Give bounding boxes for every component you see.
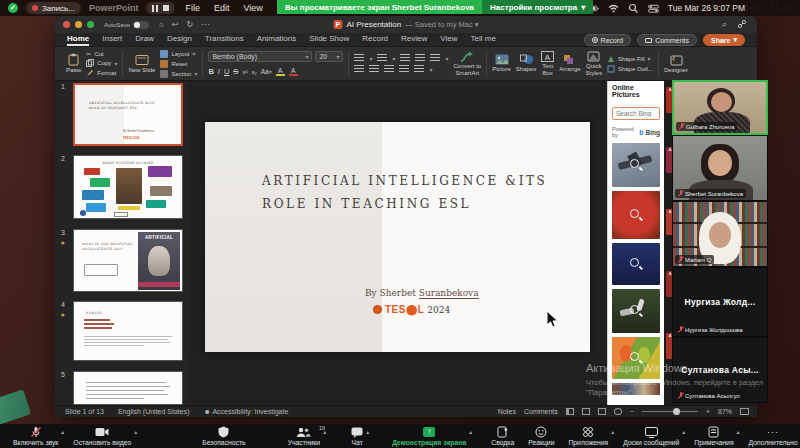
thumbnail-slide-3[interactable]: 3 ★ WHAT IS THE ARTIFICIALINTELLIGENCE (…	[55, 227, 190, 297]
maximize-window-icon[interactable]	[87, 21, 94, 28]
tab-insert[interactable]: Insert	[102, 33, 122, 46]
participant-tile-gulbara[interactable]: Gulbara Zhoroeva	[672, 80, 768, 135]
more-commands-icon[interactable]: ⋯	[201, 20, 209, 29]
search-result-blue[interactable]	[612, 243, 660, 285]
share-link-icon[interactable]	[737, 19, 747, 29]
align-left-icon[interactable]	[354, 65, 364, 73]
font-size-combo[interactable]: 20▾	[315, 51, 343, 62]
text-box-button[interactable]: A TextBox	[541, 51, 554, 76]
thumbnail-slide-4[interactable]: 4 ★ SURVEY	[55, 299, 190, 367]
notes-button[interactable]: Notes	[498, 408, 516, 415]
participant-tile-sultanova[interactable]: Султанова Асы... Султанова Асылгул	[672, 337, 768, 403]
slide-5-preview[interactable]	[73, 371, 183, 405]
redo-icon[interactable]: ↻	[187, 20, 194, 29]
tab-design[interactable]: Design	[167, 33, 192, 46]
comments-button[interactable]: Comments	[637, 34, 697, 46]
participant-tile-nurgiza[interactable]: Нургиза Жолд... Нургиза Жолдошова	[672, 267, 768, 337]
share-button[interactable]: Share▾	[703, 34, 745, 46]
tab-draw[interactable]: Draw	[135, 33, 154, 46]
autosave-control[interactable]: AutoSave	[104, 21, 149, 29]
zoom-slider[interactable]	[642, 411, 698, 412]
zoom-percent[interactable]: 87%	[718, 408, 732, 415]
thumbnail-slide-2[interactable]: 2 BRIEF SUCCESS STORIES	[55, 153, 190, 225]
reactions-button[interactable]: Реакции	[521, 424, 561, 448]
underline-button[interactable]: U	[224, 67, 229, 76]
convert-to-smartart-button[interactable]: Convert toSmartArt	[453, 51, 481, 76]
participant-tile-sherbet[interactable]: Sherbet Suranbekova	[672, 135, 768, 201]
search-result-parrots[interactable]	[612, 337, 660, 379]
menu-view[interactable]: View	[243, 3, 262, 13]
align-right-icon[interactable]	[384, 65, 394, 73]
reset-button[interactable]: Reset	[160, 60, 197, 68]
normal-view-icon[interactable]	[566, 408, 574, 415]
cut-button[interactable]: ✂Cut	[86, 50, 117, 57]
font-name-combo[interactable]: Bembo (Body)▾	[208, 51, 312, 62]
app-menu-powerpoint[interactable]: PowerPoint	[89, 3, 139, 13]
control-center-icon[interactable]	[648, 3, 659, 14]
thumbnail-slide-5[interactable]: 5	[55, 369, 190, 409]
slide-1-preview[interactable]: ARTIFICIAL INTELLIGENCE &ITSROLE IN TEAC…	[73, 83, 183, 146]
layout-button[interactable]: Layout▾	[160, 50, 197, 58]
slide-sorter-view-icon[interactable]	[582, 408, 590, 415]
accessibility-status[interactable]: ☻ Accessibility: Investigate	[204, 408, 289, 415]
home-icon[interactable]: ⌂	[159, 20, 164, 29]
stop-icon[interactable]	[163, 5, 169, 11]
bullets-icon[interactable]	[354, 54, 364, 62]
slide-title[interactable]: ARTIFICIAL INTELLIGENCE &ITS ROLE IN TEA…	[262, 170, 547, 216]
arrange-button[interactable]: Arrange	[559, 54, 580, 73]
slide-counter[interactable]: Slide 1 of 13	[65, 408, 104, 415]
tab-animations[interactable]: Animations	[257, 33, 297, 46]
change-case-button[interactable]: Aa▾	[261, 68, 272, 75]
zoom-out-icon[interactable]: −	[630, 408, 634, 415]
spotlight-search-icon[interactable]	[628, 3, 639, 14]
pause-icon[interactable]	[152, 5, 158, 12]
decrease-indent-icon[interactable]	[400, 54, 410, 62]
designer-button[interactable]: Designer	[664, 54, 688, 74]
section-button[interactable]: Section▾	[160, 70, 197, 78]
chat-button[interactable]: Чат	[344, 424, 370, 448]
thumbnail-slide-1[interactable]: 1 ARTIFICIAL INTELLIGENCE &ITSROLE IN TE…	[55, 81, 190, 151]
security-button[interactable]: Безопасность	[195, 424, 252, 448]
search-icon[interactable]: ⌕	[722, 19, 727, 30]
slide-3-preview[interactable]: WHAT IS THE ARTIFICIALINTELLIGENCE (AI)?…	[73, 229, 183, 292]
tab-view[interactable]: View	[440, 33, 457, 46]
slide-canvas[interactable]: ARTIFICIAL INTELLIGENCE &ITS ROLE IN TEA…	[190, 81, 607, 405]
copy-button[interactable]: Copy▾	[86, 59, 117, 67]
summary-button[interactable]: Сводка	[484, 424, 521, 448]
notes-button-zoom[interactable]: Примечания	[687, 424, 740, 448]
increase-indent-icon[interactable]	[415, 54, 425, 62]
tab-review[interactable]: Review	[401, 33, 427, 46]
slide-2-preview[interactable]: BRIEF SUCCESS STORIES	[73, 155, 183, 219]
slide-byline[interactable]: By Sherbet Suranbekova	[365, 288, 479, 298]
fit-to-window-icon[interactable]	[740, 408, 749, 415]
highlight-color-button[interactable]: A	[276, 67, 285, 76]
tab-slideshow[interactable]: Slide Show	[309, 33, 349, 46]
tab-transitions[interactable]: Transitions	[205, 33, 244, 46]
minimize-window-icon[interactable]	[75, 21, 82, 28]
menubar-clock[interactable]: Tue Mar 26 9:07 PM	[668, 3, 745, 13]
whiteboards-button[interactable]: Доски сообщений	[616, 424, 686, 448]
tab-tellme[interactable]: Tell me	[471, 33, 496, 46]
bold-button[interactable]: B	[208, 67, 213, 76]
italic-button[interactable]: I	[218, 67, 220, 76]
paste-button[interactable]: Paste	[66, 53, 81, 74]
slideshow-view-icon[interactable]	[614, 408, 622, 415]
justify-icon[interactable]	[399, 65, 409, 73]
menu-file[interactable]: File	[185, 3, 200, 13]
shapes-button[interactable]: Shapes	[516, 54, 536, 73]
shape-outline-button[interactable]: Shape Outl...	[607, 65, 653, 73]
reading-view-icon[interactable]	[598, 408, 606, 415]
search-result-partial[interactable]	[612, 383, 660, 395]
picture-button[interactable]: Picture	[492, 54, 511, 73]
view-options-button[interactable]: Настройки просмотра ▾	[482, 0, 593, 14]
wifi-icon[interactable]	[608, 3, 619, 14]
share-screen-button[interactable]: ↑ Демонстрация экрана	[385, 424, 473, 448]
slide-4-preview[interactable]: SURVEY	[73, 301, 183, 361]
unmute-button[interactable]: Включить звук	[6, 424, 65, 448]
undo-icon[interactable]: ↩	[172, 20, 179, 29]
new-slide-button[interactable]: New Slide	[128, 54, 155, 74]
subscript-button[interactable]: x₂	[251, 69, 256, 75]
comments-toggle-button[interactable]: Comments	[524, 408, 558, 415]
tab-home[interactable]: Home	[67, 33, 89, 46]
current-slide[interactable]: ARTIFICIAL INTELLIGENCE &ITS ROLE IN TEA…	[205, 122, 590, 352]
